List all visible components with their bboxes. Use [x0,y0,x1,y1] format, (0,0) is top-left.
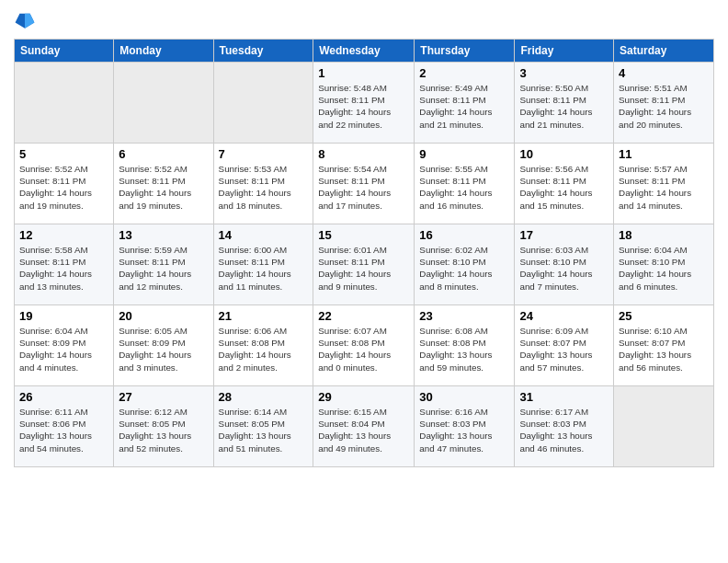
calendar-cell: 6Sunrise: 5:52 AM Sunset: 8:11 PM Daylig… [114,144,213,224]
calendar-cell: 3Sunrise: 5:50 AM Sunset: 8:11 PM Daylig… [515,63,614,144]
day-info: Sunrise: 6:12 AM Sunset: 8:05 PM Dayligh… [119,406,208,454]
day-info: Sunrise: 5:55 AM Sunset: 8:11 PM Dayligh… [419,163,509,212]
day-number: 9 [419,147,509,161]
day-info: Sunrise: 6:00 AM Sunset: 8:11 PM Dayligh… [219,244,309,293]
calendar-cell: 17Sunrise: 6:03 AM Sunset: 8:10 PM Dayli… [515,224,614,305]
day-info: Sunrise: 6:17 AM Sunset: 8:03 PM Dayligh… [519,406,609,454]
day-number: 20 [119,309,208,323]
calendar-cell: 15Sunrise: 6:01 AM Sunset: 8:11 PM Dayli… [313,224,415,305]
day-number: 23 [419,309,509,323]
day-number: 15 [318,228,409,242]
logo [14,9,40,31]
day-info: Sunrise: 5:59 AM Sunset: 8:11 PM Dayligh… [119,244,208,293]
day-number: 14 [219,228,309,242]
calendar-cell: 24Sunrise: 6:09 AM Sunset: 8:07 PM Dayli… [515,305,614,386]
calendar-weekday-saturday: Saturday [614,40,714,63]
day-info: Sunrise: 5:57 AM Sunset: 8:11 PM Dayligh… [619,163,709,212]
calendar-weekday-thursday: Thursday [415,40,515,63]
day-number: 18 [619,228,709,242]
day-info: Sunrise: 6:04 AM Sunset: 8:09 PM Dayligh… [19,325,108,373]
svg-marker-1 [25,14,34,29]
day-info: Sunrise: 6:02 AM Sunset: 8:10 PM Dayligh… [419,244,509,293]
day-number: 11 [619,147,709,161]
day-info: Sunrise: 6:03 AM Sunset: 8:10 PM Dayligh… [519,244,609,293]
day-number: 27 [119,390,208,404]
day-info: Sunrise: 6:10 AM Sunset: 8:07 PM Dayligh… [619,325,709,373]
calendar-cell [213,63,313,144]
day-number: 25 [619,309,709,323]
calendar-cell: 16Sunrise: 6:02 AM Sunset: 8:10 PM Dayli… [415,224,515,305]
calendar-cell: 1Sunrise: 5:48 AM Sunset: 8:11 PM Daylig… [313,63,415,144]
day-number: 26 [19,390,108,404]
calendar-cell: 30Sunrise: 6:16 AM Sunset: 8:03 PM Dayli… [415,386,515,467]
calendar-week-4: 19Sunrise: 6:04 AM Sunset: 8:09 PM Dayli… [15,305,714,386]
day-number: 19 [19,309,108,323]
day-number: 28 [219,390,309,404]
day-number: 3 [519,66,609,80]
day-number: 30 [419,390,509,404]
day-number: 22 [318,309,409,323]
day-number: 16 [419,228,509,242]
calendar-week-2: 5Sunrise: 5:52 AM Sunset: 8:11 PM Daylig… [15,144,714,224]
day-info: Sunrise: 5:54 AM Sunset: 8:11 PM Dayligh… [318,163,409,212]
day-number: 21 [219,309,309,323]
calendar-weekday-friday: Friday [515,40,614,63]
calendar-cell: 12Sunrise: 5:58 AM Sunset: 8:11 PM Dayli… [15,224,114,305]
calendar-cell: 23Sunrise: 6:08 AM Sunset: 8:08 PM Dayli… [415,305,515,386]
calendar-table: SundayMondayTuesdayWednesdayThursdayFrid… [14,39,714,467]
day-number: 17 [519,228,609,242]
calendar-cell: 29Sunrise: 6:15 AM Sunset: 8:04 PM Dayli… [313,386,415,467]
day-info: Sunrise: 6:09 AM Sunset: 8:07 PM Dayligh… [519,325,609,373]
calendar-weekday-tuesday: Tuesday [213,40,313,63]
day-number: 1 [318,66,409,80]
calendar-cell: 20Sunrise: 6:05 AM Sunset: 8:09 PM Dayli… [114,305,213,386]
calendar-cell: 28Sunrise: 6:14 AM Sunset: 8:05 PM Dayli… [213,386,313,467]
calendar-cell: 8Sunrise: 5:54 AM Sunset: 8:11 PM Daylig… [313,144,415,224]
day-info: Sunrise: 5:50 AM Sunset: 8:11 PM Dayligh… [519,82,609,131]
calendar-cell: 4Sunrise: 5:51 AM Sunset: 8:11 PM Daylig… [614,63,714,144]
day-info: Sunrise: 5:49 AM Sunset: 8:11 PM Dayligh… [419,82,509,131]
day-info: Sunrise: 5:58 AM Sunset: 8:11 PM Dayligh… [19,244,108,293]
calendar-cell: 10Sunrise: 5:56 AM Sunset: 8:11 PM Dayli… [515,144,614,224]
calendar-cell: 19Sunrise: 6:04 AM Sunset: 8:09 PM Dayli… [15,305,114,386]
calendar-header-row: SundayMondayTuesdayWednesdayThursdayFrid… [15,40,714,63]
day-number: 5 [19,147,108,161]
day-number: 7 [219,147,309,161]
page-header [14,9,714,31]
calendar-cell [114,63,213,144]
day-info: Sunrise: 5:48 AM Sunset: 8:11 PM Dayligh… [318,82,409,131]
day-info: Sunrise: 5:51 AM Sunset: 8:11 PM Dayligh… [619,82,709,131]
calendar-cell: 21Sunrise: 6:06 AM Sunset: 8:08 PM Dayli… [213,305,313,386]
day-number: 2 [419,66,509,80]
calendar-week-1: 1Sunrise: 5:48 AM Sunset: 8:11 PM Daylig… [15,63,714,144]
calendar-cell: 27Sunrise: 6:12 AM Sunset: 8:05 PM Dayli… [114,386,213,467]
day-info: Sunrise: 6:05 AM Sunset: 8:09 PM Dayligh… [119,325,208,373]
day-info: Sunrise: 6:14 AM Sunset: 8:05 PM Dayligh… [219,406,309,454]
day-number: 8 [318,147,409,161]
calendar-cell: 5Sunrise: 5:52 AM Sunset: 8:11 PM Daylig… [15,144,114,224]
day-info: Sunrise: 6:07 AM Sunset: 8:08 PM Dayligh… [318,325,409,373]
calendar-weekday-sunday: Sunday [15,40,114,63]
calendar-cell: 31Sunrise: 6:17 AM Sunset: 8:03 PM Dayli… [515,386,614,467]
day-info: Sunrise: 6:04 AM Sunset: 8:10 PM Dayligh… [619,244,709,293]
day-info: Sunrise: 6:15 AM Sunset: 8:04 PM Dayligh… [318,406,409,454]
day-info: Sunrise: 6:11 AM Sunset: 8:06 PM Dayligh… [19,406,108,454]
day-number: 10 [519,147,609,161]
day-info: Sunrise: 5:53 AM Sunset: 8:11 PM Dayligh… [219,163,309,212]
calendar-weekday-wednesday: Wednesday [313,40,415,63]
day-info: Sunrise: 6:06 AM Sunset: 8:08 PM Dayligh… [219,325,309,373]
calendar-cell: 26Sunrise: 6:11 AM Sunset: 8:06 PM Dayli… [15,386,114,467]
day-number: 24 [519,309,609,323]
calendar-cell: 18Sunrise: 6:04 AM Sunset: 8:10 PM Dayli… [614,224,714,305]
day-info: Sunrise: 5:56 AM Sunset: 8:11 PM Dayligh… [519,163,609,212]
calendar-cell: 9Sunrise: 5:55 AM Sunset: 8:11 PM Daylig… [415,144,515,224]
calendar-cell [614,386,714,467]
day-number: 31 [519,390,609,404]
day-info: Sunrise: 5:52 AM Sunset: 8:11 PM Dayligh… [119,163,208,212]
calendar-cell: 25Sunrise: 6:10 AM Sunset: 8:07 PM Dayli… [614,305,714,386]
day-number: 29 [318,390,409,404]
day-number: 4 [619,66,709,80]
calendar-cell: 14Sunrise: 6:00 AM Sunset: 8:11 PM Dayli… [213,224,313,305]
day-info: Sunrise: 6:16 AM Sunset: 8:03 PM Dayligh… [419,406,509,454]
calendar-cell: 11Sunrise: 5:57 AM Sunset: 8:11 PM Dayli… [614,144,714,224]
